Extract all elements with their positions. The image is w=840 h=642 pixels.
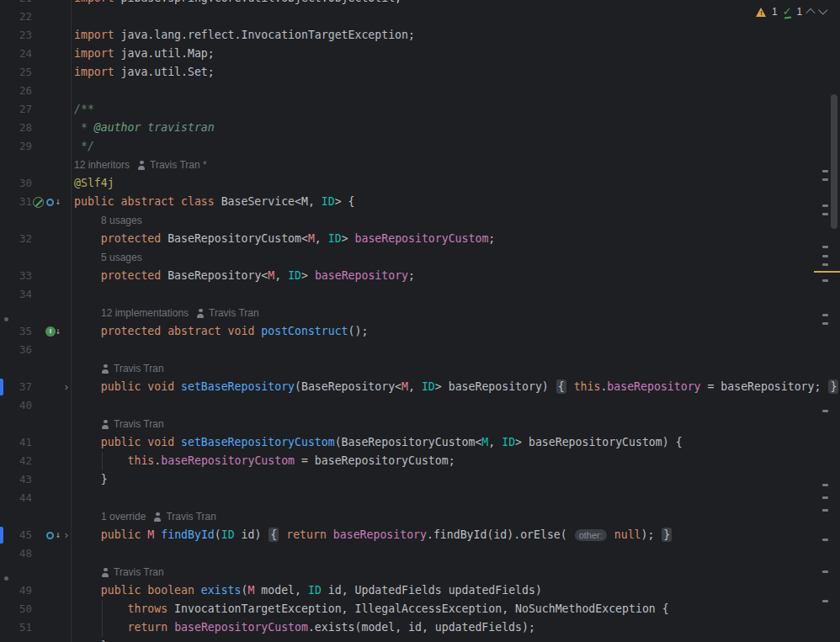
code-token: @Slf4j bbox=[74, 177, 114, 189]
abstract-class-icon[interactable] bbox=[33, 197, 44, 208]
code-line[interactable]: 31public abstract class BaseService<M, I… bbox=[0, 193, 840, 211]
code-token bbox=[74, 528, 101, 541]
implementations-icon[interactable] bbox=[46, 529, 61, 541]
code-token: , bbox=[274, 269, 288, 282]
code-line[interactable]: 42 this.baseRepositoryCustom = baseRepos… bbox=[0, 452, 840, 470]
code-text: public void setBaseRepository(BaseReposi… bbox=[74, 378, 839, 396]
usages-hint[interactable]: 1 override bbox=[101, 507, 146, 526]
implemented-icon[interactable] bbox=[45, 326, 61, 337]
line-number[interactable]: 41 bbox=[0, 433, 32, 452]
code-line[interactable]: 25import java.util.Set; bbox=[0, 63, 840, 82]
author-hint[interactable]: Travis Tran * bbox=[137, 156, 207, 174]
code-line[interactable]: 43 } bbox=[0, 470, 840, 489]
code-line[interactable]: 24import java.util.Map; bbox=[0, 45, 840, 63]
stripe-mark bbox=[822, 539, 828, 541]
inlay-hints[interactable]: Travis Tran bbox=[101, 563, 164, 581]
code-line[interactable]: 26 bbox=[0, 82, 840, 100]
code-line[interactable]: 27/** bbox=[0, 100, 840, 119]
code-line[interactable]: 35 protected abstract void postConstruct… bbox=[0, 322, 840, 341]
inlay-hints[interactable]: 5 usages bbox=[101, 248, 142, 267]
code-line[interactable]: 37› public void setBaseRepository(BaseRe… bbox=[0, 378, 840, 396]
code-line[interactable]: 29 */ bbox=[0, 137, 840, 156]
line-number[interactable]: 50 bbox=[0, 600, 32, 618]
inlay-hints[interactable]: 1 overrideTravis Tran bbox=[101, 507, 216, 526]
line-number[interactable]: 34 bbox=[0, 285, 32, 304]
scrollbar-thumb[interactable] bbox=[831, 94, 837, 229]
line-number[interactable]: 49 bbox=[0, 581, 32, 600]
line-number[interactable]: 24 bbox=[0, 45, 32, 63]
line-number[interactable]: 36 bbox=[0, 341, 32, 359]
stripe-warning-mark[interactable] bbox=[814, 271, 840, 273]
code-editor[interactable]: 21import pibase.spring.core.util.object.… bbox=[0, 0, 840, 642]
folded-region[interactable]: } bbox=[828, 379, 838, 394]
author-hint[interactable]: Travis Tran bbox=[101, 359, 164, 378]
line-number[interactable]: 22 bbox=[0, 8, 32, 26]
code-line[interactable]: 22 bbox=[0, 8, 840, 26]
code-line[interactable]: 21import pibase.spring.core.util.object.… bbox=[0, 0, 840, 8]
inlay-hints[interactable]: 8 usages bbox=[101, 211, 142, 230]
usages-hint[interactable]: 12 inheritors bbox=[74, 156, 130, 174]
code-token: baseRepositoryCustom bbox=[161, 454, 295, 467]
folded-region[interactable]: { bbox=[268, 528, 279, 542]
author-hint[interactable]: Travis Tran bbox=[101, 563, 164, 581]
code-line[interactable]: 50 throws InvocationTargetException, Ill… bbox=[0, 600, 840, 618]
code-line[interactable]: 23import java.lang.reflect.InvocationTar… bbox=[0, 26, 840, 45]
code-token: baseRepository bbox=[333, 528, 427, 541]
usages-hint[interactable]: 8 usages bbox=[101, 211, 142, 230]
line-number[interactable]: 27 bbox=[0, 100, 32, 119]
code-line[interactable]: 40 bbox=[0, 396, 840, 415]
line-number[interactable]: 29 bbox=[0, 137, 32, 156]
folded-region[interactable]: } bbox=[662, 528, 672, 542]
line-number[interactable]: 33 bbox=[0, 267, 32, 285]
warning-icon[interactable]: ! bbox=[756, 7, 767, 17]
code-token: public void bbox=[101, 380, 181, 393]
line-number[interactable]: 21 bbox=[0, 0, 32, 8]
code-line[interactable]: 28 * @author travistran bbox=[0, 119, 840, 137]
line-number[interactable]: 26 bbox=[0, 82, 32, 100]
warning-count: 1 bbox=[772, 6, 778, 18]
inlay-hints[interactable]: Travis Tran bbox=[101, 415, 164, 433]
line-number[interactable]: 23 bbox=[0, 26, 32, 45]
code-line[interactable]: 48 bbox=[0, 544, 840, 563]
line-number[interactable]: 32 bbox=[0, 230, 32, 248]
inlay-hints[interactable]: 12 implementationsTravis Tran bbox=[101, 304, 259, 322]
code-token: ID bbox=[422, 380, 435, 393]
line-number[interactable]: 28 bbox=[0, 119, 32, 137]
fold-chevron-icon[interactable]: › bbox=[61, 526, 72, 544]
line-number[interactable]: 43 bbox=[0, 470, 32, 489]
line-number[interactable]: 40 bbox=[0, 396, 32, 415]
code-line[interactable]: 51 return baseRepositoryCustom.exists(mo… bbox=[0, 618, 840, 637]
code-token: baseRepository bbox=[607, 380, 700, 393]
code-line[interactable]: 36 bbox=[0, 341, 840, 359]
author-hint[interactable]: Travis Tran bbox=[196, 304, 259, 322]
fold-chevron-icon[interactable]: › bbox=[61, 378, 72, 396]
checks-passed-icon[interactable]: ✓ bbox=[783, 6, 792, 18]
code-line[interactable]: 45› public M findById(ID id) { return ba… bbox=[0, 526, 840, 544]
usages-hint[interactable]: 12 implementations bbox=[101, 304, 189, 322]
line-number[interactable]: 30 bbox=[0, 174, 32, 193]
previous-problem-chevron-icon[interactable] bbox=[806, 8, 816, 18]
code-line[interactable]: 33 protected BaseRepository<M, ID> baseR… bbox=[0, 267, 840, 285]
code-line[interactable]: 41 public void setBaseRepositoryCustom(B… bbox=[0, 433, 840, 452]
line-number[interactable]: 37 bbox=[0, 378, 32, 396]
parameter-name-hint: other: bbox=[575, 529, 607, 541]
inlay-hints[interactable]: 12 inheritorsTravis Tran * bbox=[74, 156, 207, 174]
folded-region[interactable]: { bbox=[556, 379, 566, 394]
author-hint[interactable]: Travis Tran bbox=[153, 507, 216, 526]
line-number[interactable]: 48 bbox=[0, 544, 32, 563]
line-number[interactable]: 44 bbox=[0, 489, 32, 507]
implementations-icon[interactable] bbox=[46, 196, 61, 208]
code-line[interactable]: 44 bbox=[0, 489, 840, 507]
passed-count: 1 bbox=[797, 6, 803, 18]
line-number[interactable]: 25 bbox=[0, 63, 32, 82]
usages-hint[interactable]: 5 usages bbox=[101, 248, 142, 267]
line-number[interactable]: 51 bbox=[0, 618, 32, 637]
code-line[interactable]: 32 protected BaseRepositoryCustom<M, ID>… bbox=[0, 230, 840, 248]
code-line[interactable]: 30@Slf4j bbox=[0, 174, 840, 193]
line-number[interactable]: 42 bbox=[0, 452, 32, 470]
code-line[interactable]: } bbox=[0, 637, 840, 642]
code-line[interactable]: 34 bbox=[0, 285, 840, 304]
code-line[interactable]: 49 public boolean exists(M model, ID id,… bbox=[0, 581, 840, 600]
author-hint[interactable]: Travis Tran bbox=[101, 415, 164, 433]
inlay-hints[interactable]: Travis Tran bbox=[101, 359, 164, 378]
